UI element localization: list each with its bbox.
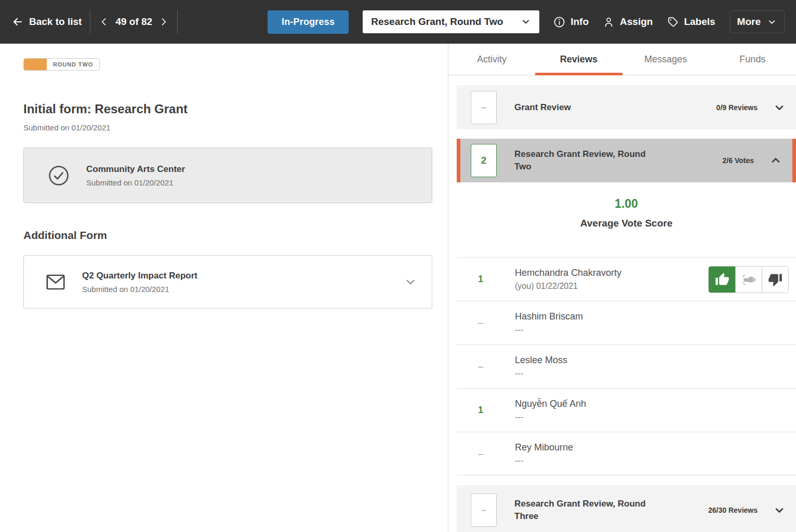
reviewer-info: Nguyễn Quế Anh --- (515, 398, 586, 422)
tab-activity[interactable]: Activity (448, 44, 535, 75)
check-circle-icon (48, 165, 70, 187)
reviewer-row: – Hashim Briscam --- (457, 301, 796, 344)
thumbs-up-vote-button[interactable] (709, 267, 735, 292)
reviewer-meta: --- (515, 369, 567, 378)
thumbs-down-icon (768, 272, 782, 287)
main-content: ROUND TWO Initial form: Research Grant S… (0, 44, 796, 532)
submission-panel: ROUND TWO Initial form: Research Grant S… (0, 44, 448, 532)
assign-button[interactable]: Assign (603, 16, 653, 28)
additional-form-card[interactable]: Q2 Quarterly Impact Report Submitted on … (23, 255, 432, 309)
reviewer-score: 1 (469, 405, 492, 416)
chevron-down-icon[interactable] (773, 101, 786, 114)
reviewer-meta: --- (515, 413, 586, 422)
reviewer-info: Hashim Briscam --- (515, 311, 583, 335)
initial-form-title: Initial form: Research Grant (23, 102, 432, 116)
reviewer-info: Leslee Moss --- (515, 355, 567, 378)
more-button[interactable]: More (729, 10, 785, 33)
info-label: Info (571, 16, 589, 28)
round-badge-label: ROUND TWO (47, 61, 99, 68)
reviewer-meta: --- (515, 325, 583, 335)
assign-label: Assign (620, 16, 653, 28)
labels-label: Labels (684, 16, 715, 28)
reviewer-row: 1 Nguyễn Quế Anh --- (457, 388, 796, 432)
header-actions: In-Progress Research Grant, Round Two In… (268, 10, 785, 34)
neutral-vote-button[interactable] (735, 267, 762, 292)
labels-button[interactable]: Labels (667, 16, 715, 28)
reviewer-row: – Leslee Moss --- (457, 344, 796, 388)
initial-form-submitted-date: Submitted on 01/20/2021 (23, 123, 432, 132)
reviewer-info: Hemchandra Chakravorty (you) 01/22/2021 (515, 268, 621, 291)
initial-form-card[interactable]: Community Arts Center Submitted on 01/20… (23, 148, 432, 203)
additional-form-card-submitted: Submitted on 01/20/2021 (82, 285, 197, 294)
reviewer-info: Rey Mibourne --- (515, 442, 573, 466)
reviewer-score: – (469, 361, 492, 372)
back-to-list-button[interactable]: Back to list (11, 16, 82, 28)
tab-reviews[interactable]: Reviews (535, 44, 622, 75)
more-label: More (737, 16, 761, 28)
reviewer-name: Hemchandra Chakravorty (515, 268, 621, 278)
initial-form-card-submitted: Submitted on 01/20/2021 (86, 178, 185, 187)
reviewer-meta: --- (515, 456, 573, 466)
tab-messages[interactable]: Messages (622, 44, 709, 75)
header-divider (90, 10, 90, 34)
pagination-label: 49 of 82 (115, 16, 152, 28)
group-score-box: – (471, 494, 497, 527)
pagination: 49 of 82 (99, 16, 169, 28)
group-title: Research Grant Review, Round Three (514, 498, 647, 523)
round-badge: ROUND TWO (23, 58, 100, 71)
tag-icon (667, 16, 679, 28)
initial-form-card-title: Community Arts Center (86, 164, 185, 175)
thumbs-up-icon (715, 272, 729, 287)
tab-funds[interactable]: Funds (709, 44, 796, 75)
group-review-count: 26/30 Reviews (708, 506, 758, 514)
chevron-down-icon (767, 17, 777, 27)
chevron-down-icon[interactable] (773, 504, 786, 516)
back-to-list-label: Back to list (29, 16, 82, 28)
group-title: Research Grant Review, Round Two (514, 148, 647, 173)
group-score-box: – (471, 91, 497, 124)
previous-submission-icon[interactable] (99, 17, 109, 27)
additional-form-card-title: Q2 Quarterly Impact Report (82, 271, 197, 281)
info-icon (553, 16, 565, 28)
reviewer-row: 1 Hemchandra Chakravorty (you) 01/22/202… (457, 257, 796, 301)
review-group-round-two[interactable]: 2 Research Grant Review, Round Two 2/6 V… (457, 139, 796, 182)
review-panel: Activity Reviews Messages Funds – Grant … (448, 44, 796, 532)
group-vote-count: 2/6 Votes (723, 156, 754, 165)
initial-form-card-text: Community Arts Center Submitted on 01/20… (86, 164, 185, 187)
reviewer-score: 1 (469, 274, 492, 285)
reviewer-name: Leslee Moss (515, 355, 567, 366)
next-submission-icon[interactable] (158, 17, 169, 27)
round-badge-color-block (24, 58, 47, 71)
review-groups-list: – Grant Review 0/9 Reviews 2 Research Gr… (457, 75, 796, 532)
reviewer-score: – (469, 317, 492, 328)
vote-button-group (708, 266, 789, 293)
reviewer-meta: (you) 01/22/2021 (515, 282, 621, 291)
header-divider (177, 10, 178, 34)
back-arrow-icon (11, 16, 24, 28)
reviewer-name: Rey Mibourne (515, 442, 573, 453)
average-vote-score-label: Average Vote Score (457, 218, 796, 229)
chevron-up-icon[interactable] (770, 154, 782, 167)
stage-selector-dropdown[interactable]: Research Grant, Round Two (363, 10, 539, 33)
group-score-box: 2 (471, 144, 497, 177)
stage-selector-value: Research Grant, Round Two (371, 16, 503, 28)
info-button[interactable]: Info (553, 16, 589, 28)
group-title: Grant Review (514, 101, 571, 114)
review-group-grant-review[interactable]: – Grant Review 0/9 Reviews (457, 85, 796, 129)
group-review-count: 0/9 Reviews (717, 103, 758, 112)
reviewer-name: Nguyễn Quế Anh (515, 398, 586, 409)
average-vote-score-value: 1.00 (457, 197, 796, 211)
envelope-icon (46, 273, 65, 291)
reviewer-score: – (469, 448, 492, 459)
reviewer-name: Hashim Briscam (515, 311, 583, 322)
neutral-hand-icon (741, 272, 757, 287)
person-icon (603, 16, 615, 28)
reviewer-row: – Rey Mibourne --- (457, 432, 796, 475)
chevron-down-icon[interactable] (404, 275, 417, 289)
additional-form-card-text: Q2 Quarterly Impact Report Submitted on … (82, 271, 197, 294)
status-button[interactable]: In-Progress (268, 10, 349, 34)
review-panel-tabs: Activity Reviews Messages Funds (448, 44, 796, 75)
chevron-down-icon (521, 17, 531, 27)
review-group-round-three[interactable]: – Research Grant Review, Round Three 26/… (457, 485, 796, 532)
thumbs-down-vote-button[interactable] (762, 267, 788, 292)
